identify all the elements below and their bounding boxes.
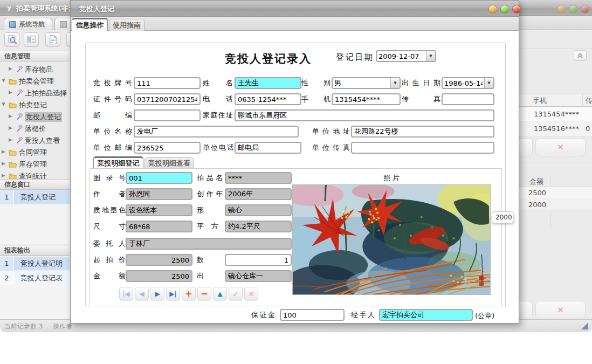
size-field[interactable] — [126, 221, 192, 232]
nav-post-button[interactable]: ✓ — [229, 287, 243, 300]
gender-value[interactable] — [333, 78, 390, 88]
zip-field[interactable] — [134, 109, 201, 121]
nav-last-button[interactable]: ▶| — [166, 287, 180, 300]
expand-arrow-icon[interactable]: ▶ — [2, 173, 5, 178]
tab-user-guide[interactable]: 使用指南 — [109, 19, 144, 31]
birth-date-value[interactable] — [443, 78, 484, 88]
minimize-button[interactable] — [557, 5, 566, 13]
expand-arrow-icon[interactable]: ▶ — [9, 113, 12, 119]
start-price-field[interactable] — [126, 254, 192, 266]
list-item[interactable]: 1 竞投人登记 — [0, 190, 70, 204]
maximize-button[interactable] — [500, 5, 509, 13]
author-field[interactable] — [126, 188, 192, 200]
tab-system-nav[interactable]: 系统导航 — [4, 18, 52, 30]
collapse-arrow-icon[interactable]: ▼ — [2, 78, 5, 83]
chevron-down-icon[interactable] — [390, 78, 400, 88]
nav-first-button[interactable]: |◀ — [119, 287, 133, 300]
company-zip-field[interactable] — [134, 142, 201, 154]
company-phone-label: 单位电话 — [203, 142, 234, 154]
year-field[interactable] — [225, 188, 292, 200]
company-address-field[interactable] — [351, 126, 494, 138]
sidebar-item-bidder-view[interactable]: ▶ 竞投人查看 — [0, 135, 70, 147]
square-feet-field[interactable] — [225, 221, 292, 232]
quantity-field[interactable] — [225, 254, 292, 266]
deposit-label: 保证金 — [251, 309, 275, 321]
card-view-button[interactable] — [24, 32, 39, 46]
collapse-arrow-icon[interactable]: ▼ — [2, 101, 5, 107]
cell-fax: 0 — [586, 125, 590, 133]
handler-field[interactable] — [379, 309, 473, 321]
sidebar-item-inventory-goods[interactable]: ▶ 库存物品 — [0, 64, 70, 75]
company-field[interactable] — [134, 126, 299, 138]
tab-detail-view[interactable]: 竞投明细查看 — [144, 157, 194, 169]
sidebar-item-bidder-reg[interactable]: ▶ 竞投人登记 — [0, 111, 70, 123]
expand-arrow-icon[interactable]: ▶ — [9, 125, 12, 131]
company-fax-field[interactable] — [351, 142, 494, 154]
sidebar-header-reports: 报表输出 — [0, 245, 70, 256]
sidebar-item-lot-select[interactable]: ▶ 上拍拍品选择 — [0, 87, 70, 99]
reg-date-value[interactable] — [377, 51, 426, 61]
birth-date-combo[interactable] — [442, 77, 494, 89]
dialog-tabstrip: 信息操作 使用指南 — [71, 17, 519, 31]
name-field[interactable] — [235, 77, 301, 89]
fax-field[interactable] — [442, 93, 494, 105]
consignor-field[interactable] — [126, 238, 292, 250]
bidder-no-field[interactable] — [134, 77, 201, 89]
nav-delete-button[interactable]: − — [197, 287, 211, 300]
sidebar-item-inventory-mgmt[interactable]: ▶ 库存管理 — [0, 159, 70, 170]
expand-arrow-icon[interactable]: ▶ — [9, 66, 12, 71]
sidebar-item-auction-reg[interactable]: ▼ 拍卖登记 — [0, 99, 70, 111]
close-button[interactable] — [512, 5, 521, 13]
nav-cancel-button[interactable]: ✕ — [244, 287, 258, 300]
material-field[interactable] — [126, 204, 192, 216]
close-button[interactable] — [581, 5, 589, 13]
delete-record-button[interactable]: ✕ — [535, 138, 586, 156]
collapse-panel-button[interactable] — [574, 50, 587, 61]
tab-info-operation[interactable]: 信息操作 — [72, 18, 108, 31]
list-item[interactable]: 1 竞投人登记明 — [0, 257, 70, 271]
list-item-label: 竞投人登记 — [20, 190, 56, 204]
nav-edit-button[interactable]: ▲ — [213, 287, 227, 300]
form-type-field[interactable] — [225, 204, 292, 216]
maximize-button[interactable] — [569, 5, 577, 13]
expand-arrow-icon[interactable]: ▶ — [2, 149, 5, 154]
sidebar-item-label: 竞投人查看 — [25, 136, 60, 146]
company-address-label: 单位地址 — [312, 126, 350, 138]
operator-label: 操作者 — [53, 322, 72, 331]
catalog-no-field[interactable] — [126, 172, 192, 184]
tab-detail-register[interactable]: 竞投明细登记 — [93, 156, 143, 169]
home-address-field[interactable] — [235, 109, 494, 121]
mobile-field[interactable] — [332, 93, 401, 105]
chevron-down-icon[interactable] — [426, 51, 435, 61]
amount-field[interactable] — [126, 270, 192, 282]
delete-record-button[interactable]: ✕ — [535, 301, 586, 319]
expand-arrow-icon[interactable]: ▶ — [9, 90, 12, 95]
cell-amount: 2500 — [518, 189, 546, 197]
phone-field[interactable] — [235, 93, 301, 105]
sidebar-item-auction-mgmt[interactable]: ▼ 拍卖会管理 — [0, 75, 70, 87]
nav-next-button[interactable]: ▶ — [150, 287, 164, 300]
nav-prev-button[interactable]: ◀ — [135, 287, 149, 300]
grid-col-amount: 金额 — [529, 177, 543, 187]
company-phone-field[interactable] — [235, 142, 301, 154]
document-icon — [48, 35, 58, 45]
warehouse-field[interactable] — [225, 270, 292, 282]
document-button[interactable] — [45, 32, 60, 46]
list-item[interactable]: 2 竞投人登记表 — [0, 271, 70, 285]
deposit-field[interactable] — [280, 309, 345, 321]
expand-arrow-icon[interactable]: ▶ — [2, 161, 5, 166]
nav-insert-button[interactable]: + — [182, 287, 196, 300]
item-name-field[interactable] — [225, 172, 292, 184]
chevron-down-icon[interactable] — [484, 78, 493, 88]
id-number-field[interactable] — [134, 93, 201, 105]
consignor-label: 委托人 — [93, 238, 126, 250]
search-button[interactable] — [4, 32, 19, 46]
sidebar-item-hammer-price[interactable]: ▶ 落槌价 — [0, 123, 70, 135]
sidebar-item-contract-mgmt[interactable]: ▶ 合同管理 — [0, 147, 70, 159]
expand-arrow-icon[interactable]: ▶ — [9, 137, 12, 142]
minimize-button[interactable] — [488, 5, 497, 13]
gender-combo[interactable] — [332, 77, 401, 89]
resize-grip[interactable] — [581, 322, 588, 329]
reg-date-combo[interactable] — [376, 50, 436, 62]
list-item-number: 1 — [0, 190, 14, 204]
